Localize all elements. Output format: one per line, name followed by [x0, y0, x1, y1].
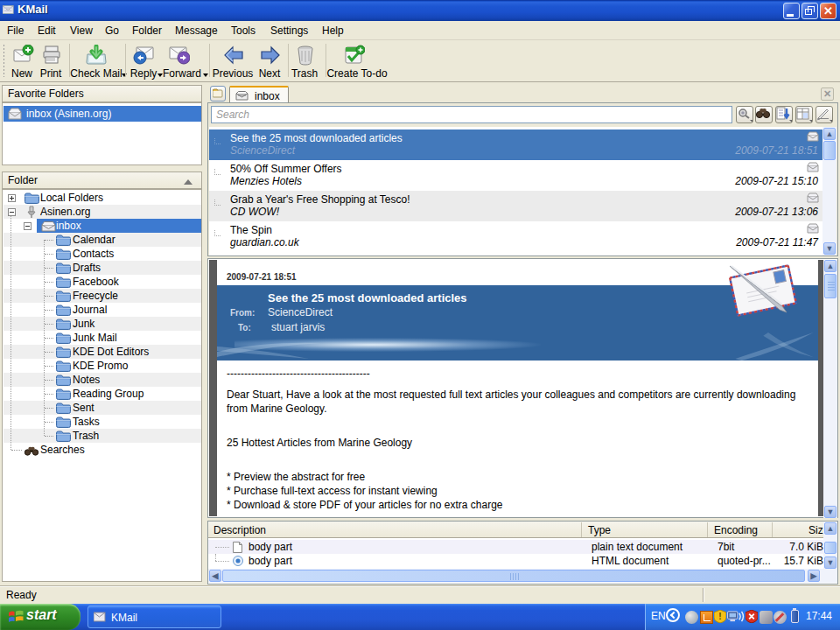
svg-text:!: !: [718, 612, 721, 621]
